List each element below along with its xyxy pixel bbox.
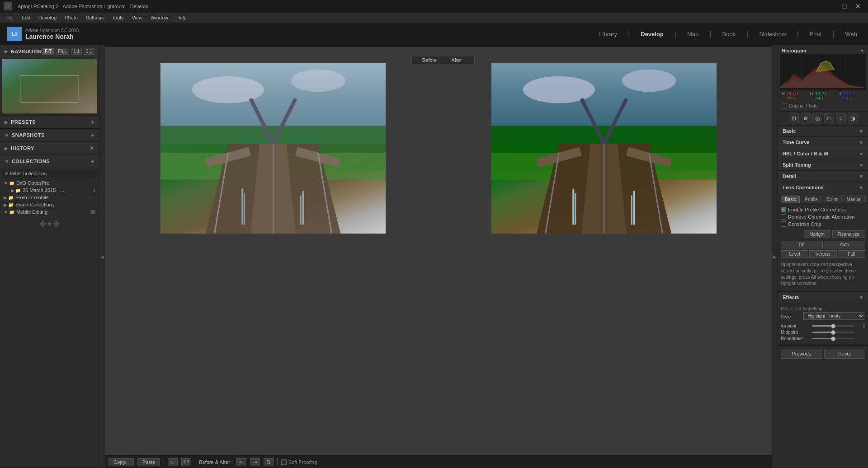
histogram-header: Histogram ▼ [780, 47, 866, 54]
menu-edit[interactable]: Edit [18, 14, 34, 21]
remove-ca-label: Remove Chromatic Aberration [788, 214, 854, 220]
menu-settings[interactable]: Settings [82, 14, 108, 21]
radial-tool[interactable]: ○ [836, 113, 846, 123]
upright-level-btn[interactable]: Level [781, 250, 808, 258]
amount-thumb[interactable] [831, 324, 835, 328]
menu-tools[interactable]: Tools [108, 14, 127, 21]
window-controls: — □ ✕ [825, 0, 864, 13]
zoom-3-1[interactable]: 3:1 [84, 48, 94, 55]
snapshots-add-button[interactable]: + [91, 131, 94, 139]
minimize-button[interactable]: — [825, 0, 837, 13]
menu-develop[interactable]: Develop [35, 14, 60, 21]
style-select[interactable]: Highlight Priority [803, 312, 865, 320]
enable-profile-checkbox[interactable]: ✓ [781, 207, 786, 212]
effects-header[interactable]: Effects ▼ [778, 292, 868, 303]
zoom-fit[interactable]: FIT [42, 48, 54, 55]
lens-tab-color[interactable]: Color [823, 196, 842, 203]
march-arrow[interactable]: ▶ [11, 188, 14, 193]
collections-header[interactable]: ▼ Collections + [0, 155, 99, 168]
gradient-tool[interactable]: □ [824, 113, 834, 123]
basic-arrow: ▼ [859, 129, 863, 134]
previous-button[interactable]: Previous [781, 349, 822, 359]
midpoint-thumb[interactable] [831, 330, 835, 335]
view-single-btn[interactable]: □ [168, 458, 178, 466]
ba-nav-prev[interactable]: ⇐ [236, 458, 246, 466]
navigator-preview[interactable] [2, 59, 97, 113]
maximize-button[interactable]: □ [838, 0, 851, 13]
upright-vertical-btn[interactable]: Vertical [809, 250, 837, 258]
upright-btn[interactable]: Upright [804, 230, 830, 238]
snapshots-header[interactable]: ▼ Snapshots + [0, 129, 99, 141]
module-book[interactable]: Book [718, 29, 739, 39]
redeye-tool[interactable]: ◎ [812, 113, 822, 123]
adjustment-tool[interactable]: ◑ [848, 113, 858, 123]
collection-item-mobile-editing[interactable]: ▼ 📁 Mobile Editing 30 [2, 208, 97, 215]
upright-auto-btn[interactable]: Auto [824, 241, 866, 248]
navigator-header[interactable]: ▶ Navigator FIT FILL 1:1 3:1 [0, 45, 99, 57]
midpoint-fill [812, 332, 833, 333]
menu-help[interactable]: Help [173, 14, 190, 21]
module-web[interactable]: Web [842, 29, 861, 39]
ba-nav-next[interactable]: ⇒ [250, 458, 260, 466]
basic-header[interactable]: Basic ▼ [778, 126, 868, 136]
paste-button[interactable]: Paste [137, 458, 160, 466]
upright-full-btn[interactable]: Full [838, 250, 865, 258]
original-photo-checkbox[interactable] [782, 103, 787, 108]
hsl-header[interactable]: HSL / Color / B & W ▼ [778, 148, 868, 159]
ba-nav-swap[interactable]: ⇅ [264, 458, 274, 466]
split-toning-header[interactable]: Split Toning ▼ [778, 159, 868, 170]
collection-item-smart[interactable]: ▶ 📁 Smart Collections [2, 201, 97, 208]
close-button[interactable]: ✕ [852, 0, 864, 13]
presets-add-button[interactable]: + [91, 118, 94, 126]
collection-item-25march[interactable]: ▶ 📁 25 March 2015 - ... 1 [2, 187, 97, 194]
history-clear-button[interactable]: ✕ [89, 145, 94, 152]
reset-button[interactable]: Reset [824, 349, 866, 359]
history-header[interactable]: ▶ History ✕ [0, 142, 99, 154]
soft-proofing-checkbox[interactable] [281, 459, 287, 465]
lens-tab-manual[interactable]: Manual [843, 196, 866, 203]
copy-button[interactable]: Copy... [108, 458, 134, 466]
style-row: Style Highlight Priority [781, 312, 865, 322]
menu-window[interactable]: Window [147, 14, 172, 21]
healing-tool[interactable]: ⊕ [801, 113, 811, 123]
crop-tool[interactable]: ⊡ [789, 113, 799, 123]
lens-tab-profile[interactable]: Profile [801, 196, 821, 203]
before-photo[interactable] [160, 62, 386, 234]
remove-ca-checkbox[interactable] [781, 214, 786, 220]
right-panel-collapse[interactable]: ▶ [772, 45, 778, 468]
roundness-track[interactable] [812, 338, 854, 339]
menu-view[interactable]: View [128, 14, 146, 21]
zoom-fill[interactable]: FILL [56, 48, 69, 55]
lens-corrections-header[interactable]: Lens Corrections ▼ [778, 182, 868, 193]
lens-tab-basic[interactable]: Basic [781, 196, 800, 203]
smart-arrow[interactable]: ▶ [4, 202, 7, 207]
dxo-arrow[interactable]: ▼ [4, 181, 8, 186]
left-panel-collapse[interactable]: ◀ [99, 45, 105, 468]
module-develop[interactable]: Develop [637, 29, 667, 39]
menu-photo[interactable]: Photo [61, 14, 81, 21]
mobile-editing-arrow[interactable]: ▼ [4, 210, 8, 215]
smart-name: Smart Collections [15, 202, 54, 207]
view-split-btn[interactable]: YY [181, 458, 191, 466]
reanalyze-btn[interactable]: Reanalyze [832, 230, 865, 238]
constrain-crop-checkbox[interactable] [781, 221, 786, 227]
menu-file[interactable]: File [2, 14, 17, 21]
collection-item-lr-mobile[interactable]: ▶ 📁 From Lr mobile [2, 194, 97, 201]
roundness-thumb[interactable] [831, 337, 835, 341]
module-slideshow[interactable]: Slideshow [755, 29, 789, 39]
collections-add-button[interactable]: + [91, 158, 94, 165]
tone-curve-title: Tone Curve [783, 140, 810, 145]
module-map[interactable]: Map [684, 29, 702, 39]
module-print[interactable]: Print [806, 29, 826, 39]
collection-item-dxo[interactable]: ▼ 📁 DxO OpticsPro [2, 179, 97, 187]
after-photo[interactable] [491, 62, 717, 234]
tone-curve-header[interactable]: Tone Curve ▼ [778, 137, 868, 148]
upright-off-btn[interactable]: Off [781, 241, 823, 248]
detail-header[interactable]: Detail ▼ [778, 171, 868, 182]
lrmobile-arrow[interactable]: ▶ [4, 195, 7, 200]
module-library[interactable]: Library [595, 29, 621, 39]
midpoint-track[interactable] [812, 332, 854, 333]
amount-track[interactable] [812, 325, 854, 327]
presets-header[interactable]: ▶ Presets + [0, 116, 99, 128]
zoom-1-1[interactable]: 1:1 [71, 48, 82, 55]
